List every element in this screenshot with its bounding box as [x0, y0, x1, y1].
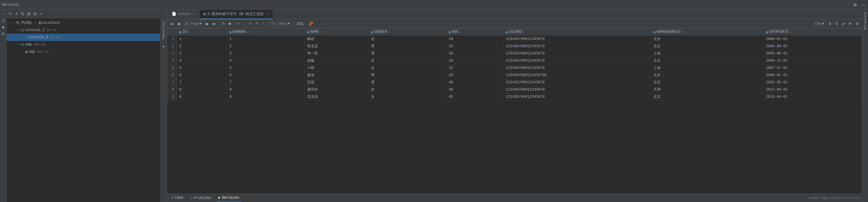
table-row[interactable]: 4 4 4 赵敏 女 18 123456789012345670 北京 2009… — [167, 57, 862, 64]
cell-gender[interactable]: 女 — [368, 57, 446, 64]
stop-btn[interactable]: ■ — [227, 21, 232, 27]
cell-id[interactable]: 6 — [177, 72, 227, 79]
cell-entrydate[interactable]: 2005-08-01 — [764, 50, 862, 57]
cell-name[interactable]: 韦一笑 — [304, 50, 368, 57]
cell-workno[interactable]: 1 — [227, 36, 305, 43]
cell-workaddress[interactable]: 上海 — [651, 50, 764, 57]
event-log-btn[interactable]: Event Log — [809, 196, 827, 200]
cell-idcard[interactable]: 123456789012345678 — [503, 36, 651, 43]
tab-query6-close[interactable]: × — [266, 12, 269, 16]
cell-gender[interactable]: 女 — [368, 93, 446, 101]
view-btn[interactable]: 👁 — [847, 21, 853, 27]
cell-age[interactable]: 28 — [446, 72, 503, 79]
cell-entrydate[interactable]: 2005-09-01 — [764, 43, 862, 50]
th-workno[interactable]: ▦ WORKNO ⇅ — [227, 29, 305, 36]
cell-name[interactable]: 赵敏 — [304, 57, 368, 64]
th-id[interactable]: ▦ ID ⇅ — [177, 29, 227, 36]
cell-entrydate[interactable]: 2007-07-01 — [764, 64, 862, 72]
favorites-label[interactable]: Favorites — [161, 19, 166, 41]
cell-workaddress[interactable]: 上海 — [651, 64, 764, 72]
table-row[interactable]: 8 8 8 黛绮丝 女 38 123456789012345670 天津 201… — [167, 86, 862, 93]
check-icon[interactable]: ✓ — [0, 11, 6, 17]
cell-workaddress[interactable]: 北京 — [651, 79, 764, 86]
cell-age[interactable]: 18 — [446, 57, 503, 64]
table-row[interactable]: 6 6 6 杨道 男 28 123456789012345678X 北京 200… — [167, 72, 862, 79]
table-row[interactable]: 5 5 5 小昭 女 16 123456789012345678 上海 2007… — [167, 64, 862, 72]
cell-name[interactable]: 范凉凉 — [304, 93, 368, 101]
del-row-btn[interactable]: − — [242, 21, 246, 27]
cell-entrydate[interactable]: 2015-05-01 — [764, 86, 862, 93]
add-row-btn[interactable]: + — [236, 21, 241, 27]
refresh-icon[interactable]: ↺ — [0, 18, 6, 24]
viz-btn[interactable]: ⇄ — [841, 21, 846, 27]
go-first-btn[interactable]: ⏮ — [169, 21, 175, 27]
minimize-icon[interactable]: — — [860, 2, 866, 7]
cell-idcard[interactable]: 123456789012345678X — [503, 72, 651, 79]
th-entrydate[interactable]: ▦ ENTRYDATE ⇅ — [764, 29, 862, 36]
settings-icon[interactable]: ⚙ — [852, 2, 858, 7]
schema-icon[interactable]: ⊟ — [32, 11, 38, 16]
rows-dropdown[interactable]: 15 rows ▼ — [182, 21, 204, 27]
cell-age[interactable]: 16 — [446, 64, 503, 72]
cell-name[interactable]: 黛绮丝 — [304, 86, 368, 93]
cell-workno[interactable]: 3 — [227, 50, 305, 57]
tree-item-emp-parent[interactable]: ▾ 🗃 emp 362 ms — [7, 41, 160, 48]
cell-gender[interactable]: 男 — [368, 50, 446, 57]
table-settings-btn[interactable]: ⚙ — [855, 21, 860, 27]
structure-label[interactable]: Structure — [863, 10, 868, 32]
cell-idcard[interactable]: 123456789012345670 — [503, 86, 651, 93]
sort-icon[interactable]: ⇅ — [20, 11, 25, 16]
stop-icon[interactable]: ■ — [0, 24, 6, 30]
cell-workno[interactable]: 5 — [227, 64, 305, 72]
go-next-btn[interactable]: ▶ — [205, 21, 210, 27]
cell-workaddress[interactable]: 北京 — [651, 36, 764, 43]
tab-query6[interactable]: ▦ 6.查询年龄不等于 88 的员工信息 × — [200, 10, 273, 19]
cell-gender[interactable]: 男 — [368, 43, 446, 50]
cell-age[interactable]: 18 — [446, 43, 503, 50]
cell-idcard[interactable]: 123456789012345670 — [503, 50, 651, 57]
cell-workaddress[interactable]: 北京 — [651, 93, 764, 101]
cell-idcard[interactable]: 123456789012345678 — [503, 93, 651, 101]
cell-entrydate[interactable]: 2005-05-01 — [764, 79, 862, 86]
add-icon[interactable]: + — [38, 11, 43, 16]
cell-workaddress[interactable]: 北京 — [651, 72, 764, 79]
tab-output[interactable]: 📄 Output × — [168, 10, 200, 19]
cell-workaddress[interactable]: 北京 — [651, 57, 764, 64]
minus-icon[interactable]: ⊟ — [0, 31, 6, 37]
cell-name[interactable]: 范瑶 — [304, 79, 368, 86]
cell-name[interactable]: 张无忌 — [304, 43, 368, 50]
go-last-btn[interactable]: ⏭ — [211, 21, 217, 27]
cell-gender[interactable]: 男 — [368, 79, 446, 86]
export-btn[interactable]: ⬇ — [827, 21, 833, 27]
cell-workno[interactable]: 7 — [227, 79, 305, 86]
tx-dropdown[interactable]: Tx: Auto ▼ — [269, 21, 292, 27]
list-icon[interactable]: ≡ — [14, 11, 19, 16]
tree-item-emp-child[interactable]: ▦ emp 362 ms — [7, 48, 160, 56]
favorites-star-icon[interactable]: ★ — [162, 44, 164, 49]
cell-entrydate[interactable]: 2010-04-01 — [764, 93, 862, 101]
revert-btn[interactable]: ↩ — [247, 21, 253, 27]
cell-entrydate[interactable]: 2006-01-01 — [764, 72, 862, 79]
th-gender[interactable]: ▦ GENDER ⇅ — [368, 29, 446, 36]
filter-btn[interactable]: ⇅ — [834, 21, 839, 27]
bottom-tab-services[interactable]: ▶ Services — [217, 194, 241, 202]
cell-workno[interactable]: 2 — [227, 43, 305, 50]
table-row[interactable]: 9 9 9 范凉凉 女 45 123456789012345678 北京 201… — [167, 93, 862, 101]
cell-age[interactable]: 40 — [446, 79, 503, 86]
cell-workaddress[interactable]: 北京 — [651, 43, 764, 50]
cell-id[interactable]: 5 — [177, 64, 227, 72]
cell-id[interactable]: 9 — [177, 93, 227, 101]
bottom-tab-problems[interactable]: ⚠ Problems — [189, 194, 213, 202]
cell-idcard[interactable]: 123456789012345670 — [503, 43, 651, 50]
table-row[interactable]: 2 2 2 张无忌 男 18 123456789012345670 北京 200… — [167, 43, 862, 50]
cell-gender[interactable]: 男 — [368, 72, 446, 79]
go-prev-btn[interactable]: ◀ — [176, 21, 181, 27]
bottom-tab-todo[interactable]: ≡ TODO — [169, 194, 185, 202]
table-row[interactable]: 3 3 3 韦一笑 男 38 123456789012345670 上海 200… — [167, 50, 862, 57]
cell-id[interactable]: 2 — [177, 43, 227, 50]
tree-item-mysql[interactable]: ▾ 🔌 MySQL - @localhost — [7, 19, 160, 27]
tree-item-console2-child[interactable]: ↗ console_2 85 ms — [7, 34, 160, 41]
refresh-btn[interactable]: ↻ — [221, 21, 226, 27]
cell-gender[interactable]: 女 — [368, 64, 446, 72]
cell-gender[interactable]: 女 — [368, 86, 446, 93]
